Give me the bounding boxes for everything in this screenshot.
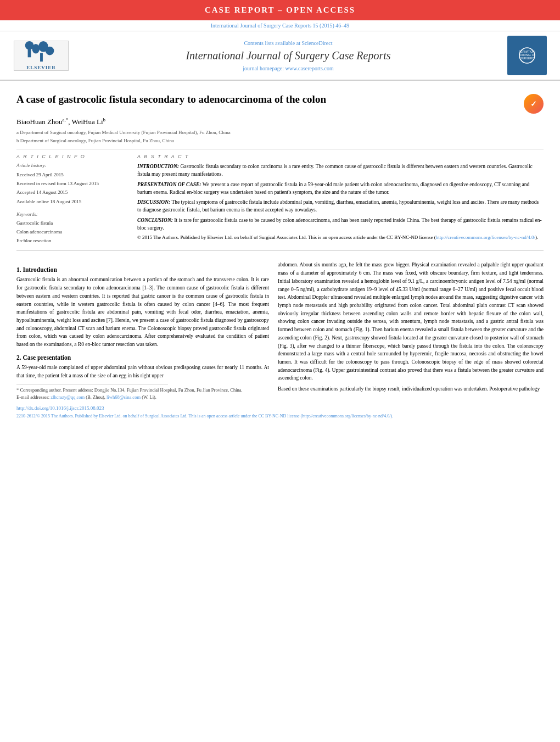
received-date: Received 29 April 2015: [16, 170, 126, 179]
keyword-3: En-bloc resection: [16, 236, 126, 245]
keyword-2: Colon adenocarcinoma: [16, 227, 126, 236]
abstract-conclusion: CONCLUSION: It is rare for gastrocolic f…: [137, 216, 544, 232]
available-date: Available online 18 August 2015: [16, 197, 126, 206]
affil-b: b Department of Surgical oncology, Fujia…: [16, 137, 544, 144]
sciencedirect-label: Contents lists available at ScienceDirec…: [77, 40, 500, 46]
abstract-intro: INTRODUCTION: Gastrocolic fistula second…: [137, 163, 544, 178]
right-col-text: abdomen. About six months ago, he felt t…: [278, 261, 544, 393]
journal-title: International Journal of Surgery Case Re…: [77, 49, 500, 62]
article-content: A case of gastrocolic fistula secondary …: [0, 81, 560, 261]
footnote-divider: [16, 384, 168, 384]
section2-text: A 59-year-old male complained of upper a…: [16, 364, 269, 380]
article-info-abstract-row: A R T I C L E I N F O Article history: R…: [16, 154, 544, 245]
right-col-p2: Based on these examinations particularly…: [278, 385, 544, 393]
journal-logo-right: INTERNATIONAL JOURNAL OF SURGERY: [505, 36, 549, 75]
history-label: Article history:: [16, 163, 126, 168]
svg-rect-5: [40, 53, 43, 62]
footer-license: 2210-2612/© 2015 The Authors. Published …: [16, 413, 544, 420]
divider-2: [16, 250, 544, 251]
svg-point-2: [32, 43, 40, 53]
doi-link[interactable]: http://dx.doi.org/10.1016/j.ijscr.2015.0…: [16, 405, 544, 411]
author2-name: , WeiHua Li: [68, 118, 103, 126]
body-left-col: 1. Introduction Gastrocolic fistula is a…: [16, 261, 269, 400]
authors: BiaoHuan Zhoua,*, WeiHua Lib: [16, 117, 544, 126]
journal-homepage: journal homepage: www.casereports.com: [77, 65, 500, 71]
article-footer: http://dx.doi.org/10.1016/j.ijscr.2015.0…: [0, 401, 560, 422]
affiliations: a Department of Surgical oncology, Fujia…: [16, 129, 544, 144]
svg-text:SURGERY: SURGERY: [520, 57, 534, 60]
abstract-presentation: PRESENTATION OF CASE: We present a case …: [137, 181, 544, 197]
article-info-col: A R T I C L E I N F O Article history: R…: [16, 154, 126, 245]
keywords-label: Keywords:: [16, 211, 126, 217]
elsevier-name: ELSEVIER: [26, 65, 56, 70]
abstract-label: A B S T R A C T: [137, 154, 544, 159]
main-body: 1. Introduction Gastrocolic fistula is a…: [0, 261, 560, 400]
elsevier-logo: ELSEVIER: [11, 41, 71, 71]
section2-p1: A 59-year-old male complained of upper a…: [16, 364, 269, 380]
abstract-text: INTRODUCTION: Gastrocolic fistula second…: [137, 163, 544, 242]
affil-a: a Department of Surgical oncology, Fujia…: [16, 129, 544, 136]
section1-text: Gastrocolic fistula is an abnormal commu…: [16, 276, 269, 348]
section1-heading: 1. Introduction: [16, 266, 269, 273]
keywords-section: Keywords: Gastrocolic fistula Colon aden…: [16, 211, 126, 246]
abstract-discussion: DISCUSSION: The typical symptoms of gast…: [137, 198, 544, 214]
article-title-row: A case of gastrocolic fistula secondary …: [16, 93, 544, 114]
crossmark-badge[interactable]: ✓: [524, 94, 544, 114]
author2-sup: b: [103, 117, 106, 122]
top-bar: CASE REPORT – OPEN ACCESS: [0, 0, 560, 20]
journal-header: ELSEVIER Contents lists available at Sci…: [0, 31, 560, 81]
abstract-col: A B S T R A C T INTRODUCTION: Gastrocoli…: [137, 154, 544, 245]
keywords-list: Gastrocolic fistula Colon adenocarcinoma…: [16, 219, 126, 246]
article-dates: Received 29 April 2015 Received in revis…: [16, 170, 126, 206]
body-right-col: abdomen. About six months ago, he felt t…: [278, 261, 544, 400]
revised-date: Received in revised form 13 August 2015: [16, 179, 126, 188]
accepted-date: Accepted 14 August 2015: [16, 188, 126, 197]
section1-p1: Gastrocolic fistula is an abnormal commu…: [16, 276, 269, 348]
svg-point-4: [46, 46, 54, 55]
sciencedirect-link: ScienceDirect: [301, 40, 332, 46]
article-info-label: A R T I C L E I N F O: [16, 154, 126, 159]
divider-1: [16, 149, 544, 149]
journal-center: Contents lists available at ScienceDirec…: [77, 40, 500, 71]
author1-name: BiaoHuan Zhou: [16, 118, 62, 126]
author1-sup: a,*: [62, 117, 68, 122]
right-col-p1: abdomen. About six months ago, he felt t…: [278, 261, 544, 382]
journal-citation: International Journal of Surgery Case Re…: [0, 20, 560, 31]
crossmark-icon[interactable]: ✓: [524, 94, 544, 114]
section2-heading: 2. Case presentation: [16, 354, 269, 361]
journal-logo-box: INTERNATIONAL JOURNAL OF SURGERY: [507, 36, 547, 75]
footnote-star: * Corresponding author. Present address:…: [16, 387, 269, 394]
article-title: A case of gastrocolic fistula secondary …: [16, 93, 518, 107]
footnote: * Corresponding author. Present address:…: [16, 387, 269, 401]
footnote-email: E-mail addresses: zlhcrazy@qq.com (B. Zh…: [16, 394, 269, 401]
abstract-license: © 2015 The Authors. Published by Elsevie…: [137, 234, 544, 242]
keyword-1: Gastrocolic fistula: [16, 219, 126, 227]
